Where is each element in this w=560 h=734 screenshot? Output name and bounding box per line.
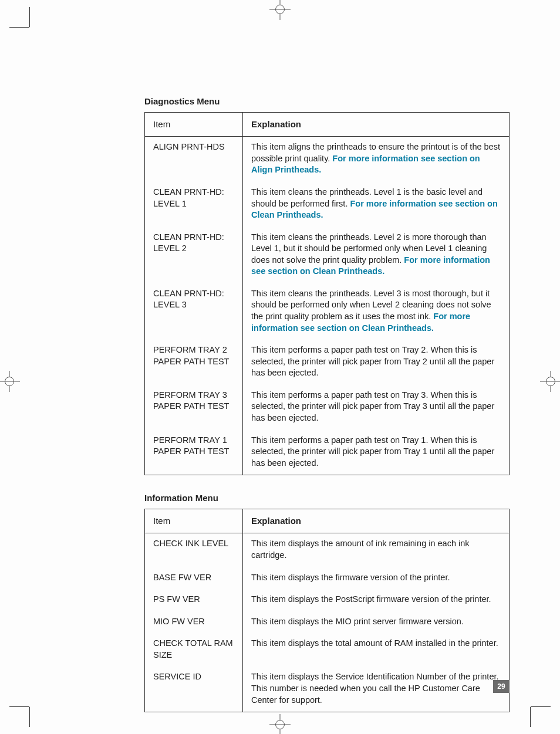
table-row: BASE FW VER This item displays the firmw… bbox=[145, 567, 510, 590]
menu-item-name: CLEAN PRNT-HD: LEVEL 3 bbox=[145, 283, 243, 340]
page-body: Diagnostics Menu Item Explanation ALIGN … bbox=[29, 27, 531, 707]
menu-item-name: CHECK INK LEVEL bbox=[145, 533, 243, 567]
table-row: PERFORM TRAY 2 PAPER PATH TEST This item… bbox=[145, 340, 510, 385]
menu-item-explanation: This item performs a paper path test on … bbox=[243, 340, 510, 385]
registration-mark-icon bbox=[540, 371, 560, 392]
registration-mark-icon bbox=[269, 714, 291, 734]
col-header-item: Item bbox=[145, 113, 243, 137]
diagnostics-menu-table: Item Explanation ALIGN PRNT-HDS This ite… bbox=[144, 112, 510, 475]
col-header-explanation: Explanation bbox=[243, 113, 510, 137]
menu-item-name: SERVICE ID bbox=[145, 667, 243, 712]
page-number-tab: 29 bbox=[493, 680, 510, 693]
menu-item-explanation: This item aligns the printheads to ensur… bbox=[243, 137, 510, 182]
menu-item-name: CHECK TOTAL RAM SIZE bbox=[145, 633, 243, 667]
table-row: CHECK INK LEVEL This item displays the a… bbox=[145, 533, 510, 567]
table-row: MIO FW VER This item displays the MIO pr… bbox=[145, 611, 510, 634]
menu-item-explanation: This item displays the Service Identific… bbox=[243, 667, 510, 712]
menu-item-explanation: This item cleans the printheads. Level 2… bbox=[243, 227, 510, 283]
crop-mark bbox=[530, 707, 531, 727]
menu-item-explanation: This item performs a paper path test on … bbox=[243, 430, 510, 475]
crop-mark bbox=[531, 706, 551, 707]
table-row: CLEAN PRNT-HD: LEVEL 3 This item cleans … bbox=[145, 283, 510, 340]
menu-item-name: MIO FW VER bbox=[145, 611, 243, 634]
menu-item-explanation: This item performs a paper path test on … bbox=[243, 385, 510, 430]
menu-item-name: PERFORM TRAY 2 PAPER PATH TEST bbox=[145, 340, 243, 385]
col-header-item: Item bbox=[145, 509, 243, 533]
table-row: PS FW VER This item displays the PostScr… bbox=[145, 589, 510, 611]
crop-mark bbox=[29, 707, 30, 727]
registration-mark-icon bbox=[0, 371, 20, 392]
table-row: ALIGN PRNT-HDS This item aligns the prin… bbox=[145, 137, 510, 182]
section-title: Information Menu bbox=[144, 493, 510, 503]
menu-item-name: PS FW VER bbox=[145, 589, 243, 611]
menu-item-explanation: This item displays the amount of ink rem… bbox=[243, 533, 510, 567]
menu-item-name: CLEAN PRNT-HD: LEVEL 1 bbox=[145, 182, 243, 227]
menu-item-explanation: This item cleans the printheads. Level 1… bbox=[243, 182, 510, 227]
menu-item-name: ALIGN PRNT-HDS bbox=[145, 137, 243, 182]
crop-mark bbox=[9, 27, 29, 28]
crop-mark bbox=[29, 7, 30, 27]
menu-item-name: BASE FW VER bbox=[145, 567, 243, 590]
table-row: CLEAN PRNT-HD: LEVEL 1 This item cleans … bbox=[145, 182, 510, 227]
crop-mark bbox=[9, 706, 29, 707]
menu-item-explanation: This item displays the firmware version … bbox=[243, 567, 510, 590]
information-menu-table: Item Explanation CHECK INK LEVEL This it… bbox=[144, 509, 510, 712]
menu-item-explanation: This item displays the total amount of R… bbox=[243, 633, 510, 667]
menu-item-name: PERFORM TRAY 1 PAPER PATH TEST bbox=[145, 430, 243, 475]
section-title: Diagnostics Menu bbox=[144, 96, 510, 106]
menu-item-explanation: This item cleans the printheads. Level 3… bbox=[243, 283, 510, 340]
menu-item-name: CLEAN PRNT-HD: LEVEL 2 bbox=[145, 227, 243, 283]
table-row: CHECK TOTAL RAM SIZE This item displays … bbox=[145, 633, 510, 667]
table-row: PERFORM TRAY 3 PAPER PATH TEST This item… bbox=[145, 385, 510, 430]
menu-item-name: PERFORM TRAY 3 PAPER PATH TEST bbox=[145, 385, 243, 430]
menu-item-explanation: This item displays the PostScript firmwa… bbox=[243, 589, 510, 611]
menu-item-explanation: This item displays the MIO print server … bbox=[243, 611, 510, 634]
registration-mark-icon bbox=[269, 0, 291, 20]
table-row: PERFORM TRAY 1 PAPER PATH TEST This item… bbox=[145, 430, 510, 475]
table-row: CLEAN PRNT-HD: LEVEL 2 This item cleans … bbox=[145, 227, 510, 283]
table-row: SERVICE ID This item displays the Servic… bbox=[145, 667, 510, 712]
col-header-explanation: Explanation bbox=[243, 509, 510, 533]
